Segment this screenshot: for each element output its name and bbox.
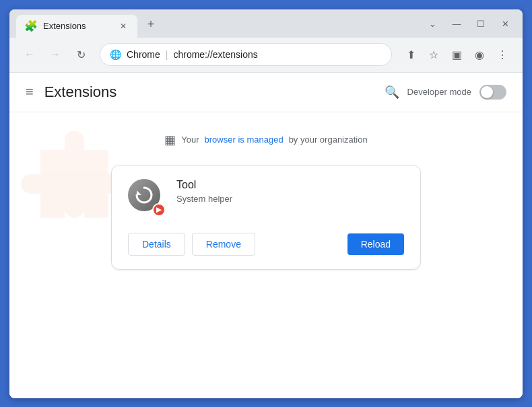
- extension-card: ▶ Tool System helper Details Remove Relo…: [111, 165, 421, 270]
- managed-icon: ▦: [164, 133, 176, 147]
- url-separator: |: [166, 49, 168, 60]
- search-extensions-button[interactable]: 🔍: [385, 85, 399, 100]
- minimize-button[interactable]: —: [447, 15, 466, 34]
- tab-label: Extensions: [43, 21, 112, 31]
- window-controls: ⌄ — ☐ ✕: [423, 15, 514, 34]
- developer-mode-toggle[interactable]: [479, 85, 506, 100]
- profile-button[interactable]: ◉: [469, 44, 490, 65]
- sidebar-menu-icon[interactable]: ≡: [26, 84, 34, 100]
- url-path: chrome://extensions: [173, 49, 257, 60]
- reload-button[interactable]: Reload: [347, 233, 404, 255]
- url-origin: Chrome: [127, 49, 160, 60]
- remove-button[interactable]: Remove: [192, 233, 255, 256]
- managed-text-before: Your: [181, 135, 199, 145]
- extension-icon: ▶: [128, 179, 166, 217]
- title-bar: 🧩 Extensions ✕ + ⌄ — ☐ ✕: [9, 9, 523, 38]
- extension-name: Tool: [176, 179, 404, 191]
- back-button[interactable]: ←: [19, 44, 40, 65]
- reload-page-button[interactable]: ↻: [70, 44, 92, 65]
- tab-close-button[interactable]: ✕: [117, 20, 129, 32]
- page-title: Extensions: [44, 83, 385, 101]
- sidebar-toggle-button[interactable]: ▣: [446, 44, 467, 65]
- main-area: RISK.COM ▦ Your browser is managed by yo…: [9, 112, 523, 381]
- extension-logo-svg: [134, 185, 154, 205]
- toolbar-icons: ⬆ ☆ ▣ ◉ ⋮: [400, 44, 513, 65]
- forward-button[interactable]: →: [44, 44, 66, 65]
- extension-badge: ▶: [152, 203, 166, 217]
- browser-window: 🧩 Extensions ✕ + ⌄ — ☐ ✕ ← → ↻ 🌐 Chrome …: [9, 9, 523, 398]
- site-security-icon: 🌐: [110, 49, 121, 60]
- extension-card-top: ▶ Tool System helper: [128, 179, 404, 217]
- header-right: 🔍 Developer mode: [385, 85, 506, 100]
- extension-card-actions: Details Remove Reload: [128, 233, 404, 256]
- extension-info: Tool System helper: [176, 179, 404, 204]
- close-button[interactable]: ✕: [496, 15, 514, 34]
- svg-marker-0: [137, 190, 141, 195]
- managed-link[interactable]: browser is managed: [205, 135, 284, 145]
- extensions-header: ≡ Extensions 🔍 Developer mode: [9, 73, 523, 112]
- active-tab[interactable]: 🧩 Extensions ✕: [16, 15, 137, 38]
- page-content: ≡ Extensions 🔍 Developer mode RISK.COM ▦…: [9, 73, 523, 398]
- details-button[interactable]: Details: [128, 233, 185, 256]
- url-bar[interactable]: 🌐 Chrome | chrome://extensions: [100, 43, 392, 66]
- new-tab-button[interactable]: +: [141, 15, 160, 34]
- address-bar: ← → ↻ 🌐 Chrome | chrome://extensions ⬆ ☆…: [9, 38, 523, 73]
- maximize-button[interactable]: ☐: [471, 15, 490, 34]
- share-button[interactable]: ⬆: [400, 44, 422, 65]
- bookmark-button[interactable]: ☆: [423, 44, 444, 65]
- managed-text-after: by your organization: [289, 135, 368, 145]
- chrome-menu-button[interactable]: ⋮: [492, 44, 513, 65]
- extension-description: System helper: [176, 194, 404, 204]
- toggle-knob: [481, 86, 493, 98]
- tab-icon: 🧩: [24, 20, 38, 32]
- chevron-button[interactable]: ⌄: [423, 15, 442, 34]
- developer-mode-label: Developer mode: [407, 87, 471, 97]
